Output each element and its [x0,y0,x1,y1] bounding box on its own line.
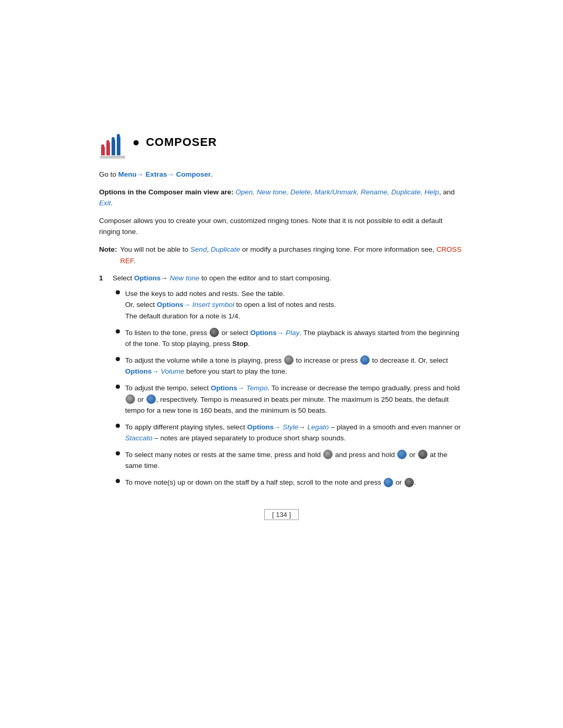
svg-point-5 [106,140,109,143]
nav-key-icon-8 [418,450,427,459]
bullet-text-3: To adjust the volume while a tone is pla… [125,355,464,377]
bullet-text-5: To apply different playing styles, selec… [125,422,464,444]
page-footer: [ 134 ] [99,509,464,520]
bullet-text-7: To move note(s) up or down on the staff … [125,477,464,488]
composer-icon [99,132,126,159]
nav-key-icon-3 [360,355,370,365]
menu-nav: Menu→ Extras→ Composer [118,170,211,178]
svg-point-7 [117,134,120,137]
description-para: Composer allows you to create your own, … [99,215,464,238]
bullet-item-2: To listen to the tone, press or select O… [116,327,464,350]
bullet-symbol-7 [116,479,120,483]
note-block: Note: You will not be able to Send, Dupl… [99,244,464,266]
options-line: Options in the Composer main view are: O… [99,187,464,209]
step-1-text: Select Options→ New tone to open the edi… [113,273,332,284]
bullet-symbol-1 [116,290,120,294]
step-number: 1 [99,273,107,284]
bullet-list: Use the keys to add notes and rests. See… [116,288,464,488]
svg-point-4 [101,144,104,147]
bullet-symbol-5 [116,424,120,428]
section-title: COMPOSER [146,135,217,149]
bullet-text-2: To listen to the tone, press or select O… [125,327,464,350]
step-1-line: 1 Select Options→ New tone to open the e… [99,273,464,284]
bullet-text-4: To adjust the tempo, select Options→ Tem… [125,382,464,416]
svg-rect-0 [101,147,105,155]
note-label: Note: [99,244,117,255]
svg-rect-2 [112,140,115,155]
bullet-item-4: To adjust the tempo, select Options→ Tem… [116,382,464,416]
svg-rect-1 [106,143,110,155]
nav-key-icon-5 [146,394,156,404]
bullet-item-3: To adjust the volume while a tone is pla… [116,355,464,377]
step-1-block: 1 Select Options→ New tone to open the e… [99,273,464,488]
content-area: COMPOSER Go to Menu→ Extras→ Composer. O… [99,0,464,572]
nav-key-icon-10 [405,478,414,487]
options-values: Open, New tone, Delete, Mark/Unmark, Ren… [236,188,439,196]
bullet-symbol-3 [116,357,120,361]
bullet-symbol-6 [116,451,120,455]
options-label: Options in the Composer main view are: [99,188,234,196]
page: COMPOSER Go to Menu→ Extras→ Composer. O… [0,0,563,728]
nav-key-icon-9 [384,478,393,487]
bullet-item-7: To move note(s) up or down on the staff … [116,477,464,488]
nav-key-icon-2 [284,355,293,365]
section-bullet [133,140,139,145]
nav-key-icon-6 [323,450,333,459]
svg-point-6 [112,137,115,140]
bullet-text-6: To select many notes or rests at the sam… [125,449,464,472]
page-number: [ 134 ] [264,509,299,520]
svg-rect-3 [117,137,120,155]
bullet-text-1: Use the keys to add notes and rests. See… [125,288,464,322]
nav-key-icon-7 [397,450,407,459]
nav-key-icon-1 [210,328,219,337]
bullet-item-1: Use the keys to add notes and rests. See… [116,288,464,322]
nav-key-icon-4 [126,394,135,404]
bullet-item-6: To select many notes or rests at the sam… [116,449,464,472]
bullet-symbol-4 [116,385,120,389]
cross-ref: CROSS REF [120,245,462,265]
bullet-item-5: To apply different playing styles, selec… [116,422,464,444]
section-header: COMPOSER [99,135,464,159]
nav-line: Go to Menu→ Extras→ Composer. [99,169,464,180]
bullet-symbol-2 [116,329,120,334]
options-exit: Exit [99,199,111,207]
note-text: You will not be able to Send, Duplicate … [120,244,464,266]
